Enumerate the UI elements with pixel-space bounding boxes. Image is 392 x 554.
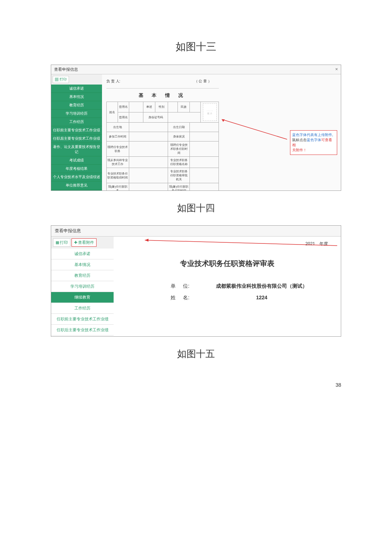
qualname-label: 专业技术职务任职资格名称 xyxy=(168,157,189,168)
sidebar-item[interactable]: 任职前主要专业技术工作业绩 xyxy=(51,314,114,325)
alias-label: 单述 xyxy=(143,102,155,112)
figure-14: 查看申报信息 ▦打印 ✚查看附件 诚信承诺基本情况教育经历学习培训经历继续教育工… xyxy=(51,225,341,337)
name-label: 姓名 xyxy=(107,102,118,123)
attachment-label: 查看附件 xyxy=(78,240,94,245)
basic-info-table: 姓名 曾用名 单述 性别 民族 - - - - - 照 片 xyxy=(106,102,219,190)
figure-13: 查看申报信息 × ▦ 打印 诚信承诺基本情况教育经历学习培训经历工作经历任职前主… xyxy=(51,65,341,191)
sidebar-item[interactable]: 年度考核结果 xyxy=(51,165,102,173)
note-line-3: 关附件！ xyxy=(292,148,307,152)
id-no-label[interactable]: 身份证号码 xyxy=(143,112,168,123)
print-label: 打印 xyxy=(60,240,68,245)
unit-row: 单位: 成都紫极伟业科技股份有限公司（测试） xyxy=(123,283,332,290)
note-line-2b: 蓝色字体 xyxy=(307,138,321,142)
qualorg-label: 专业技术职务任职资格审批机关 xyxy=(168,168,189,183)
photo-hint-2: 照 片 xyxy=(207,112,212,115)
year-suffix: 年度 xyxy=(319,241,328,246)
sidebar-item[interactable]: 任职前主要专业技术工作业绩 xyxy=(51,126,102,135)
name-value: 1224 xyxy=(192,295,332,300)
print-button[interactable]: ▦ 打印 xyxy=(53,76,69,83)
sidebar-item[interactable]: 工作经历 xyxy=(51,303,114,314)
sidebar-item[interactable]: 学习培训经历 xyxy=(51,281,114,292)
curwork-label: 现从事何种专业技术工作 xyxy=(107,157,129,168)
name-label-a: 姓 xyxy=(171,295,183,300)
admin-label: 现(兼)任行政职务 xyxy=(107,183,129,191)
former-name-label: 曾用名 xyxy=(118,112,129,123)
sidebar-item[interactable]: 继续教育 xyxy=(51,292,114,303)
workstart-label: 参加工作时间 xyxy=(107,132,129,141)
unit-label-b: 位: xyxy=(183,283,189,289)
unit-value: 成都紫极伟业科技股份有限公司（测试） xyxy=(192,283,332,290)
curtitledate-label: 现聘任专业技术职务任职时间 xyxy=(168,141,189,157)
birthplace-label: 出生地 xyxy=(107,123,129,132)
used-name-label: 曾用名 xyxy=(118,102,129,112)
birthdate-label: 出生日期 xyxy=(168,123,189,132)
sidebar-item[interactable]: 教育经历 xyxy=(51,101,102,110)
responsible-label: 负 责 人: xyxy=(106,79,120,84)
curtitle-label: 现聘任专业技术职务 xyxy=(107,141,129,157)
sidebar-item[interactable]: 基本情况 xyxy=(51,259,114,270)
sidebar-14: ▦打印 ✚查看附件 诚信承诺基本情况教育经历学习培训经历继续教育工作经历任职前主… xyxy=(51,237,114,336)
gender-label: 性别 xyxy=(155,102,168,112)
year-row: 2021 年度 xyxy=(123,241,332,247)
sidebar-item[interactable]: 工作经历 xyxy=(51,118,102,126)
caption-13: 如图十三 xyxy=(51,40,341,54)
print-label: 打印 xyxy=(60,77,67,81)
caption-15: 如图十五 xyxy=(51,348,341,360)
sidebar-item[interactable]: 著作、论文及重要技术报告登记 xyxy=(51,336,114,336)
content-14: 2021 年度 专业技术职务任职资格评审表 单位: 成都紫极伟业科技股份有限公司… xyxy=(114,237,341,336)
admindate-label: 现(兼)任行政职务任职时间 xyxy=(168,183,189,191)
sidebar-item[interactable]: 诚信承诺 xyxy=(51,85,102,93)
health-label: 身体状况 xyxy=(168,132,189,141)
sidebar-item[interactable]: 教育经历 xyxy=(51,270,114,281)
ethnic-label: 民族 xyxy=(177,102,189,112)
photo-hint-1: - - - - - xyxy=(207,109,213,112)
sidebar-item[interactable]: 任职后主要专业技术工作业绩 xyxy=(51,135,102,143)
window-title-13: 查看申报信息 xyxy=(54,67,78,71)
sidebar-item[interactable]: 个人专业技术水平及业绩综述 xyxy=(51,173,102,181)
sidebar-13: ▦ 打印 诚信承诺基本情况教育经历学习培训经历工作经历任职前主要专业技术工作业绩… xyxy=(51,74,102,190)
photo-cell: - - - - - 照 片 xyxy=(201,102,219,123)
stamp-label: （ 公 章 ） xyxy=(194,79,212,84)
year-value: 2021 xyxy=(305,241,315,246)
sidebar-item[interactable]: 著作、论文及重要技术报告登记 xyxy=(51,143,102,156)
view-attachment-button[interactable]: ✚查看附件 xyxy=(72,238,97,247)
sidebar-item[interactable]: 单位推荐意见 xyxy=(51,181,102,190)
sidebar-item[interactable]: 诚信承诺 xyxy=(51,249,114,259)
note-line-2a: 鼠标点击 xyxy=(292,138,307,142)
name-label-b: 名: xyxy=(183,295,189,300)
caption-14: 如图十四 xyxy=(51,202,341,214)
close-icon[interactable]: × xyxy=(335,66,338,72)
window-title-14: 查看申报信息 xyxy=(55,228,81,233)
responsible-row: 负 责 人: （ 公 章 ） xyxy=(106,77,219,89)
page-number: 38 xyxy=(51,382,341,388)
toolbar-14: ▦打印 ✚查看附件 xyxy=(51,237,114,249)
print-button[interactable]: ▦打印 xyxy=(53,238,70,247)
section-title: 基 本 情 况 xyxy=(106,92,219,99)
qualdate-label: 专业技术职务任职资格取得时间 xyxy=(107,168,129,183)
name-row: 姓名: 1224 xyxy=(123,295,332,301)
window-titlebar-14: 查看申报信息 xyxy=(51,226,341,237)
sidebar-item[interactable]: 任职后主要专业技术工作业绩 xyxy=(51,325,114,336)
unit-label-a: 单 xyxy=(171,283,183,289)
sidebar-item[interactable]: 考试成绩 xyxy=(51,156,102,165)
sidebar-item[interactable]: 基本情况 xyxy=(51,93,102,101)
side-note-13: 蓝色字体代表有上传附件, 鼠标点击蓝色字体可查看相 关附件！ xyxy=(290,130,337,155)
window-titlebar-13: 查看申报信息 × xyxy=(51,65,341,74)
note-line-1: 蓝色字体代表有上传附件, xyxy=(292,133,333,137)
form-title: 专业技术职务任职资格评审表 xyxy=(123,259,332,268)
sidebar-item[interactable]: 学习培训经历 xyxy=(51,110,102,118)
sidebar-item[interactable]: 评审委员意见 xyxy=(51,190,102,190)
